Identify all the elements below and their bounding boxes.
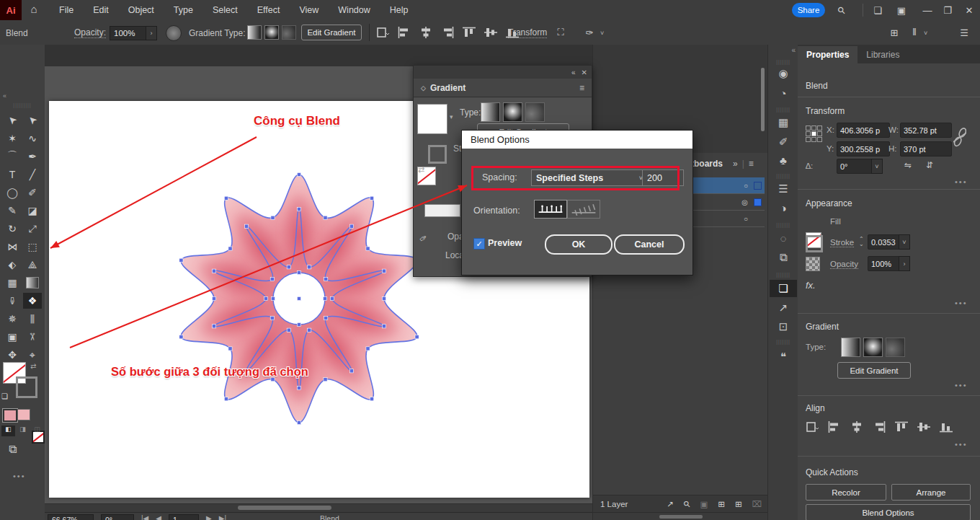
swatches-icon[interactable]: ▦ — [770, 114, 797, 131]
free-transform-icon[interactable]: ⛶ — [551, 22, 570, 43]
gradient-swatch-well[interactable] — [417, 104, 447, 134]
shaper-tool[interactable]: ✎ — [3, 203, 22, 219]
h-input[interactable]: 370 pt — [900, 141, 952, 157]
blend-tool[interactable]: ❖ — [23, 293, 42, 309]
menu-item-effect[interactable]: Effect — [257, 5, 280, 15]
reverse-gradient-icon[interactable]: ⇄ — [418, 165, 424, 175]
align-vertical-center-icon[interactable] — [484, 27, 497, 38]
close-button[interactable]: ✕ — [960, 0, 979, 20]
opacity-label[interactable]: Opacity: — [74, 27, 106, 38]
zoom-tool[interactable]: ⌖ — [23, 347, 42, 363]
preview-checkbox[interactable]: ✓ — [473, 238, 485, 250]
shape-builder-tool[interactable]: ⬖ — [3, 257, 22, 273]
draw-inside-mode-icon[interactable]: ◫ — [30, 426, 44, 436]
target-circle-icon[interactable]: ○ — [744, 182, 748, 190]
recolor-button[interactable]: Recolor — [806, 484, 886, 501]
align-horizontal-center-icon[interactable] — [850, 421, 863, 433]
flip-vertical-icon[interactable]: ⇵ — [926, 160, 933, 170]
expand-panels-icon[interactable]: « — [791, 46, 796, 54]
brushes-icon[interactable]: ✐ — [770, 133, 797, 151]
panel-menu-icon[interactable]: ≡ — [749, 159, 754, 169]
more-options-icon[interactable]: ••• — [955, 440, 968, 449]
rotate-tool[interactable]: ↻ — [3, 221, 22, 237]
menu-item-select[interactable]: Select — [213, 5, 238, 15]
panel-list-icon[interactable]: ☰ — [955, 22, 974, 43]
hand-tool[interactable]: ✥ — [3, 347, 22, 363]
pathfinder-icon[interactable]: ⧉ — [770, 249, 797, 266]
stroke-proxy[interactable] — [16, 376, 37, 398]
more-tools-icon[interactable]: ••• — [13, 472, 26, 480]
radial-gradient-swatch[interactable] — [863, 338, 883, 357]
tab-properties[interactable]: Properties — [798, 46, 858, 63]
align-vertical-center-icon[interactable] — [917, 421, 930, 433]
align-left-icon[interactable] — [398, 27, 411, 38]
free-transform-tool[interactable]: ⬚ — [23, 239, 42, 255]
recolor-artwork-icon[interactable] — [166, 25, 182, 41]
artboards-tab-label[interactable]: tboards — [691, 159, 723, 169]
dialog-title-bar[interactable]: Blend Options — [462, 131, 692, 149]
symbols-icon[interactable]: ♣ — [770, 151, 797, 169]
layers-icon[interactable]: ❏ — [770, 280, 797, 297]
pen-tool[interactable]: ✒ — [23, 149, 42, 164]
more-options-icon[interactable]: ••• — [955, 299, 968, 307]
column-graph-tool[interactable]: ⫼ — [23, 311, 42, 327]
next-artboard-icon[interactable]: ▶ — [206, 514, 212, 520]
panel-hscrollbar-thumb[interactable] — [659, 515, 703, 519]
collapse-icon[interactable]: « — [571, 69, 576, 76]
gradient-tool[interactable] — [23, 275, 42, 291]
edit-gradient-button[interactable]: Edit Gradient — [301, 25, 362, 40]
eraser-tool[interactable]: ◪ — [23, 203, 42, 219]
search-icon[interactable]: ⚲ — [832, 0, 851, 20]
eyedropper-tool[interactable]: ✑ — [3, 293, 22, 309]
dock-grip[interactable]: ||||||| — [770, 222, 797, 227]
align-horizontal-center-icon[interactable] — [419, 27, 432, 38]
edit-gradient-button[interactable]: Edit Gradient — [837, 362, 911, 379]
menu-item-window[interactable]: Window — [338, 5, 370, 15]
slice-tool[interactable]: ✂ — [23, 329, 42, 345]
linear-gradient-swatch[interactable] — [481, 102, 500, 122]
stroke-stepper[interactable]: ⌃⌄ — [859, 237, 864, 247]
stroke-swatch[interactable] — [806, 235, 823, 252]
zoom-level-select[interactable]: 66.67% — [48, 514, 94, 520]
align-right-icon[interactable] — [873, 421, 886, 433]
curvature-tool[interactable]: ⌒ — [3, 149, 22, 164]
workspace-switcher-icon[interactable]: ❏ — [868, 0, 887, 20]
magic-wand-tool[interactable]: ✶ — [3, 131, 22, 146]
symbol-sprayer-tool[interactable]: ✵ — [3, 311, 22, 327]
transparency-icon[interactable]: ◌ — [770, 229, 797, 247]
arrange-options-icon[interactable]: ⫴ — [905, 22, 924, 43]
double-chevron-icon[interactable]: » — [733, 159, 738, 169]
x-input[interactable]: 406.3056 p — [837, 123, 890, 138]
selection-square[interactable] — [754, 182, 762, 190]
gradient-panel-icon[interactable]: ◑ — [770, 199, 797, 216]
gradient-radial-swatch[interactable] — [264, 25, 279, 40]
export-icon[interactable]: ↗ — [770, 299, 797, 317]
y-input[interactable]: 300.2558 p — [837, 141, 890, 157]
menu-item-view[interactable]: View — [299, 5, 318, 15]
draw-normal-mode-icon[interactable]: ◧ — [1, 426, 15, 436]
menu-item-edit[interactable]: Edit — [93, 5, 109, 15]
chevron-down-icon[interactable]: ˅ — [600, 30, 604, 37]
line-segment-tool[interactable]: ╱ — [23, 167, 42, 182]
reference-point-grid[interactable] — [806, 125, 821, 141]
collect-for-export-icon[interactable]: ↗ — [667, 499, 674, 509]
more-options-icon[interactable]: ••• — [955, 177, 968, 186]
default-fill-stroke-icon[interactable]: ❏ — [1, 392, 8, 400]
scale-tool[interactable]: ⤢ — [23, 221, 42, 237]
menu-item-help[interactable]: Help — [390, 5, 409, 15]
first-artboard-icon[interactable]: |◀ — [141, 514, 148, 520]
prev-artboard-icon[interactable]: ◀ — [156, 514, 161, 520]
vertical-scrollbar-thumb[interactable] — [761, 68, 765, 131]
radial-gradient-swatch[interactable] — [503, 102, 522, 122]
w-input[interactable]: 352.78 pt — [900, 123, 952, 138]
dock-grip[interactable]: ||||||| — [770, 272, 797, 277]
align-bottom-icon[interactable] — [940, 421, 953, 433]
color-guide-icon[interactable]: ◔ — [770, 84, 797, 102]
rotate-caret[interactable]: ˅ — [871, 159, 883, 174]
fx-icon[interactable]: fx. — [806, 280, 816, 291]
comments-icon[interactable]: ❝ — [770, 348, 797, 366]
align-top-icon[interactable] — [463, 27, 476, 38]
flip-horizontal-icon[interactable]: ⇋ — [904, 160, 912, 170]
selection-square[interactable] — [754, 215, 762, 223]
dock-grip[interactable]: ||||||| — [770, 339, 797, 344]
